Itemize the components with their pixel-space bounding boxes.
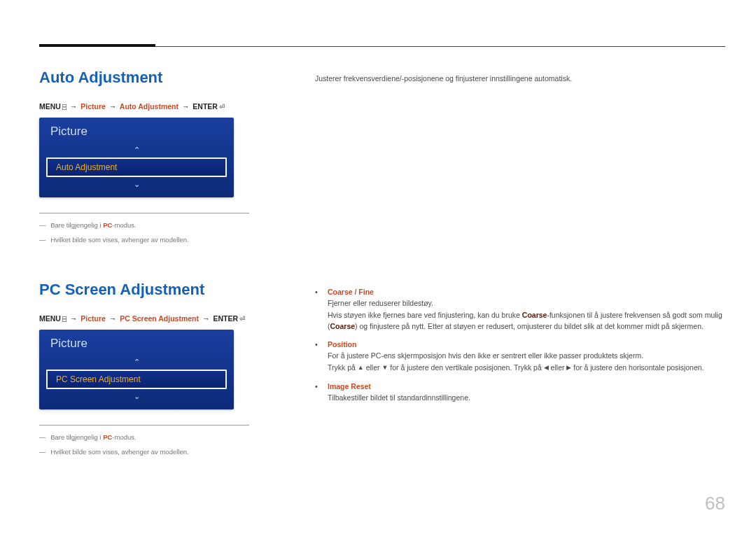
bullet-dot-icon: •: [315, 339, 328, 373]
arrow-icon: →: [70, 314, 78, 323]
menu-icon: ⌸: [62, 315, 66, 323]
osd-selected-item[interactable]: PC Screen Adjustment: [46, 370, 227, 389]
heading-pc-screen-adjustment: PC Screen Adjustment: [39, 281, 249, 299]
bullet-span: eller: [364, 363, 382, 372]
dash-icon: ―: [39, 448, 46, 456]
page-number: 68: [705, 493, 725, 514]
arrow-icon: →: [70, 102, 78, 111]
enter-icon: ⏎: [239, 315, 245, 323]
arrow-icon: →: [109, 314, 117, 323]
bullet-coarse-fine: • Coarse / Fine Fjerner eller reduserer …: [315, 286, 725, 332]
path-enter-label: ENTER: [213, 314, 238, 323]
bullet-text: Hvis støyen ikke fjernes bare ved finjus…: [328, 309, 725, 332]
osd-arrow-up-icon[interactable]: ⌃: [46, 356, 227, 368]
osd-arrow-up-icon[interactable]: ⌃: [46, 144, 227, 156]
bullet-span: Trykk på: [328, 363, 358, 372]
horizontal-rule-accent: [39, 44, 155, 47]
footnote-pc-mode: ― Bare tilgjengelig i PC-modus.: [39, 220, 249, 230]
bullet-label: Image Reset: [328, 382, 371, 391]
footnote-text: Hvilket bilde som vises, avhenger av mod…: [50, 236, 188, 244]
bullet-text: Fjerner eller reduserer bildestøy.: [328, 297, 725, 309]
bullet-text: Trykk på ▲ eller ▼ for å justere den ver…: [328, 362, 725, 374]
path-picture: Picture: [80, 102, 106, 111]
footnote-text: Bare tilgjengelig i: [50, 221, 103, 229]
menu-path-auto-adjustment: MENU⌸ → Picture → Auto Adjustment → ENTE…: [39, 102, 249, 111]
menu-path-pc-screen-adjustment: MENU⌸ → Picture → PC Screen Adjustment →…: [39, 314, 249, 323]
footnote-text: -modus.: [112, 221, 136, 229]
bullet-position: • Position For å justere PC-ens skjermpo…: [315, 339, 725, 373]
bullet-span: Hvis støyen ikke fjernes bare ved finjus…: [328, 311, 522, 319]
path-pc-screen-adjustment: PC Screen Adjustment: [120, 314, 199, 323]
footnote-model: ― Hvilket bilde som vises, avhenger av m…: [39, 447, 249, 456]
triangle-left-icon: ◀: [544, 364, 549, 371]
triangle-up-icon: ▲: [358, 364, 364, 371]
dash-icon: ―: [39, 236, 46, 244]
divider: [39, 425, 249, 426]
bullet-image-reset: • Image Reset Tilbakestiller bildet til …: [315, 381, 725, 404]
footnote-accent: PC: [103, 433, 112, 441]
bullet-label: Position: [328, 340, 356, 349]
osd-title: Picture: [46, 335, 227, 356]
bullet-span: ) og finjustere på nytt. Etter at støyen…: [355, 322, 704, 330]
triangle-right-icon: ▶: [566, 364, 571, 371]
footnote-pc-mode: ― Bare tilgjengelig i PC-modus.: [39, 433, 249, 442]
footnote-model: ― Hvilket bilde som vises, avhenger av m…: [39, 235, 249, 244]
bullet-text: Tilbakestiller bildet til standardinnsti…: [328, 392, 725, 403]
osd-selected-item[interactable]: Auto Adjustment: [46, 157, 227, 177]
bullet-accent: Coarse: [522, 311, 547, 319]
bullet-span: for å justere den horisontale posisjonen…: [571, 363, 704, 372]
bullet-label: Coarse / Fine: [328, 288, 374, 296]
osd-title: Picture: [46, 123, 227, 144]
path-menu-label: MENU: [39, 314, 61, 323]
osd-panel-auto-adjustment: Picture ⌃ Auto Adjustment ⌄: [39, 118, 234, 197]
paragraph-auto-adjustment-desc: Justerer frekvensverdiene/-posisjonene o…: [315, 73, 725, 84]
heading-auto-adjustment: Auto Adjustment: [39, 69, 249, 87]
footnote-accent: PC: [103, 221, 112, 229]
arrow-icon: →: [202, 314, 210, 323]
bullet-dot-icon: •: [315, 286, 328, 332]
footnote-text: -modus.: [112, 433, 136, 441]
enter-icon: ⏎: [219, 103, 225, 111]
osd-arrow-down-icon[interactable]: ⌄: [46, 391, 227, 402]
bullet-span: for å justere den vertikale posisjonen. …: [388, 363, 543, 372]
dash-icon: ―: [39, 433, 46, 441]
triangle-down-icon: ▼: [382, 364, 388, 371]
footnote-text: Hvilket bilde som vises, avhenger av mod…: [50, 448, 188, 456]
path-enter-label: ENTER: [192, 102, 218, 111]
arrow-icon: →: [109, 102, 117, 111]
osd-panel-pc-screen-adjustment: Picture ⌃ PC Screen Adjustment ⌄: [39, 330, 234, 409]
menu-icon: ⌸: [62, 103, 66, 111]
path-picture: Picture: [80, 314, 106, 323]
footnote-text: Bare tilgjengelig i: [50, 433, 103, 441]
bullet-dot-icon: •: [315, 381, 328, 404]
bullet-accent: Coarse: [330, 322, 356, 330]
bullet-text: For å justere PC-ens skjermposisjon hvis…: [328, 350, 725, 361]
divider: [39, 213, 249, 213]
arrow-icon: →: [182, 102, 190, 111]
bullet-span: eller: [549, 363, 567, 372]
path-menu-label: MENU: [39, 102, 61, 111]
dash-icon: ―: [39, 221, 46, 229]
osd-arrow-down-icon[interactable]: ⌄: [46, 178, 227, 190]
path-auto-adjustment: Auto Adjustment: [120, 102, 178, 111]
